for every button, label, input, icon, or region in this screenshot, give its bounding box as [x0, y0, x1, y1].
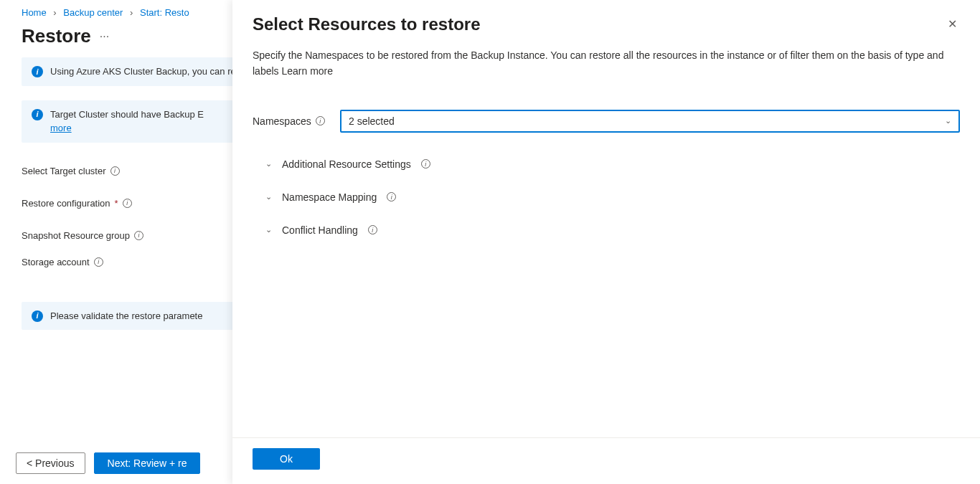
close-icon[interactable]: ✕ [945, 14, 960, 34]
expander-label: Additional Resource Settings [282, 158, 411, 170]
page-title: Restore [22, 25, 91, 47]
chevron-down-icon: ⌄ [945, 116, 951, 125]
label-restore-config: Restore configuration [22, 198, 110, 209]
chevron-right-icon: › [130, 7, 133, 18]
info-icon[interactable]: i [110, 166, 120, 176]
select-resources-panel: Select Resources to restore ✕ Specify th… [232, 0, 980, 484]
chevron-down-icon: ⌄ [265, 192, 272, 201]
info-icon: i [32, 66, 43, 77]
info-icon[interactable]: i [368, 225, 377, 234]
required-asterisk: * [115, 198, 118, 209]
namespaces-label: Namespaces i [253, 115, 331, 127]
info-icon[interactable]: i [134, 231, 143, 240]
ok-button[interactable]: Ok [253, 448, 320, 470]
previous-button[interactable]: < Previous [16, 452, 85, 474]
info-icon[interactable]: i [123, 199, 132, 208]
info-icon: i [32, 310, 43, 322]
info-text: Target Cluster should have Backup E more [50, 108, 204, 136]
label-select-target: Select Target cluster [22, 166, 106, 176]
info-text: Please validate the restore paramete [50, 309, 202, 323]
expander-namespace-mapping[interactable]: ⌄ Namespace Mapping i [253, 184, 960, 210]
chevron-down-icon: ⌄ [265, 225, 272, 234]
label-snapshot-rg: Snapshot Resource group [22, 230, 130, 241]
breadcrumb-home[interactable]: Home [22, 7, 47, 18]
chevron-down-icon: ⌄ [265, 159, 272, 169]
namespaces-value: 2 selected [349, 115, 395, 127]
namespaces-dropdown[interactable]: 2 selected ⌄ [340, 110, 960, 133]
expander-conflict-handling[interactable]: ⌄ Conflict Handling i [253, 217, 960, 243]
next-button[interactable]: Next: Review + re [94, 452, 201, 474]
panel-description: Specify the Namespaces to be restored fr… [253, 47, 960, 80]
breadcrumb-backup-center[interactable]: Backup center [63, 7, 123, 18]
info-icon[interactable]: i [316, 116, 325, 125]
info-icon: i [32, 109, 43, 120]
info-icon[interactable]: i [387, 192, 396, 201]
breadcrumb-start-restore[interactable]: Start: Resto [140, 7, 189, 18]
expander-additional-resource-settings[interactable]: ⌄ Additional Resource Settings i [253, 151, 960, 177]
expander-label: Conflict Handling [282, 224, 358, 236]
more-icon[interactable]: ··· [100, 30, 109, 43]
learn-more-link[interactable]: more [50, 123, 72, 133]
info-icon[interactable]: i [94, 257, 103, 267]
panel-title: Select Resources to restore [253, 14, 480, 34]
label-storage-account: Storage account [22, 257, 90, 267]
expander-label: Namespace Mapping [282, 191, 377, 203]
chevron-right-icon: › [53, 7, 56, 18]
info-icon[interactable]: i [421, 159, 430, 169]
